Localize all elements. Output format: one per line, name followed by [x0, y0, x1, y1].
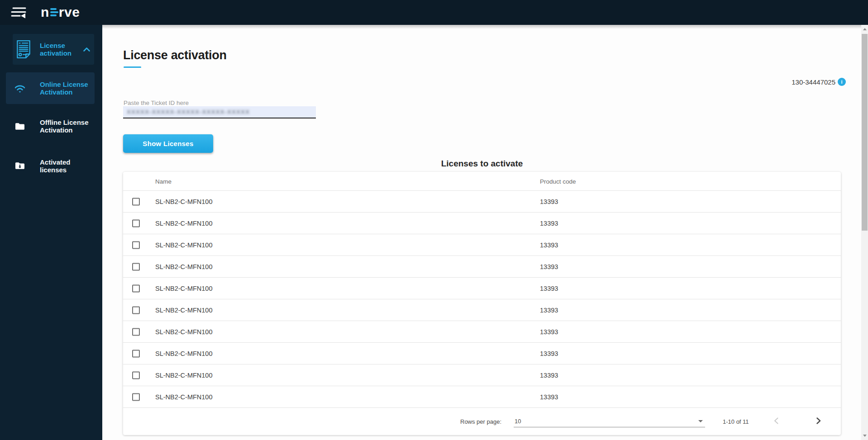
ticket-input-label: Paste the Ticket ID here [124, 99, 189, 106]
cell-license-name: SL-NB2-C-MFN100 [155, 198, 213, 205]
logo-e-bars-icon [49, 5, 59, 20]
cell-product-code: 13393 [540, 350, 558, 357]
wifi-icon [6, 83, 34, 93]
cell-product-code: 13393 [540, 285, 558, 292]
show-licenses-button[interactable]: Show Licenses [123, 134, 213, 153]
rows-per-page-select[interactable]: 10 [514, 416, 705, 427]
row-checkbox[interactable] [132, 284, 140, 292]
previous-page-button[interactable] [770, 416, 782, 427]
cell-license-name: SL-NB2-C-MFN100 [155, 307, 213, 314]
nerve-logo: n rve [41, 5, 80, 20]
ticket-reference-number: 130-34447025 [792, 78, 835, 86]
row-checkbox[interactable] [132, 241, 140, 249]
cell-product-code: 13393 [540, 263, 558, 270]
hamburger-collapse-icon [10, 13, 27, 20]
pagination-bar: Rows per page: 10 1-10 of 11 [123, 408, 841, 435]
table-row: SL-NB2-C-MFN100 13393 [123, 213, 841, 234]
sidebar-item-online-license-activation[interactable]: Online License Activation [6, 72, 95, 104]
scroll-down-arrow-icon[interactable] [863, 435, 867, 437]
table-row: SL-NB2-C-MFN100 13393 [123, 364, 841, 386]
ticket-id-input[interactable]: XXXXX-XXXXX-XXXXX-XXXXX-XXXXX [123, 106, 316, 118]
cell-license-name: SL-NB2-C-MFN100 [155, 372, 213, 379]
row-checkbox[interactable] [132, 328, 140, 336]
table-row: SL-NB2-C-MFN100 13393 [123, 191, 841, 213]
sidebar-item-activated-licenses[interactable]: Activated licenses [6, 153, 95, 178]
table-row: SL-NB2-C-MFN100 13393 [123, 299, 841, 321]
table-row: SL-NB2-C-MFN100 13393 [123, 278, 841, 299]
sidebar-item-offline-license-activation[interactable]: Offline License Activation [6, 112, 95, 140]
info-icon[interactable] [838, 78, 846, 86]
next-page-button[interactable] [813, 416, 825, 427]
cell-license-name: SL-NB2-C-MFN100 [155, 328, 213, 336]
sidebar-group-license-activation[interactable]: License activation [13, 34, 94, 65]
licenses-table-card: Name Product code SL-NB2-C-MFN100 13393 … [123, 172, 841, 435]
cell-product-code: 13393 [540, 328, 558, 336]
logo-text-start: n [41, 5, 49, 20]
table-row: SL-NB2-C-MFN100 13393 [123, 321, 841, 343]
pagination-range-label: 1-10 of 11 [723, 418, 749, 425]
row-checkbox[interactable] [132, 393, 140, 401]
table-body: SL-NB2-C-MFN100 13393 SL-NB2-C-MFN100 13… [123, 191, 841, 408]
table-row: SL-NB2-C-MFN100 13393 [123, 256, 841, 278]
license-document-icon [15, 40, 32, 59]
table-header-row: Name Product code [123, 172, 841, 191]
row-checkbox[interactable] [132, 306, 140, 314]
cell-product-code: 13393 [540, 372, 558, 379]
licenses-table-title: Licenses to activate [123, 159, 841, 169]
table-row: SL-NB2-C-MFN100 13393 [123, 234, 841, 256]
cell-license-name: SL-NB2-C-MFN100 [155, 263, 213, 270]
cell-product-code: 13393 [540, 198, 558, 205]
menu-toggle-button[interactable] [10, 6, 27, 19]
cell-license-name: SL-NB2-C-MFN100 [155, 285, 213, 292]
table-row: SL-NB2-C-MFN100 13393 [123, 343, 841, 364]
vertical-scrollbar[interactable] [861, 25, 868, 440]
cell-product-code: 13393 [540, 307, 558, 314]
page-title: License activation [123, 48, 227, 62]
ticket-id-masked-value: XXXXX-XXXXX-XXXXX-XXXXX-XXXXX [127, 109, 250, 115]
row-checkbox[interactable] [132, 371, 140, 379]
column-header-name: Name [155, 178, 172, 185]
table-row: SL-NB2-C-MFN100 13393 [123, 386, 841, 408]
sidebar-item-label: Offline License Activation [40, 118, 94, 134]
chevron-up-icon [83, 47, 90, 52]
scrollbar-thumb[interactable] [862, 34, 868, 231]
chevron-left-icon [774, 417, 778, 426]
row-checkbox[interactable] [132, 219, 140, 227]
sidebar-group-label: License activation [40, 42, 83, 57]
topbar-shadow [102, 25, 868, 29]
column-header-product-code: Product code [540, 178, 576, 185]
rows-per-page-value: 10 [514, 418, 521, 425]
folder-download-icon [6, 162, 34, 170]
cell-product-code: 13393 [540, 393, 558, 401]
folder-icon [6, 123, 34, 130]
chevron-right-icon [816, 417, 821, 426]
logo-text-end: rve [59, 5, 80, 20]
row-checkbox[interactable] [132, 263, 140, 270]
cell-license-name: SL-NB2-C-MFN100 [155, 350, 213, 357]
cell-product-code: 13393 [540, 241, 558, 249]
sidebar: License activation Online License Activa… [0, 25, 102, 440]
topbar: n rve [0, 0, 868, 25]
row-checkbox[interactable] [132, 198, 140, 205]
scroll-up-arrow-icon[interactable] [863, 28, 867, 30]
cell-product-code: 13393 [540, 220, 558, 227]
cell-license-name: SL-NB2-C-MFN100 [155, 393, 213, 401]
cell-license-name: SL-NB2-C-MFN100 [155, 220, 213, 227]
cell-license-name: SL-NB2-C-MFN100 [155, 241, 213, 249]
title-accent-underline [124, 66, 141, 68]
rows-per-page-label: Rows per page: [460, 418, 501, 425]
sidebar-item-label: Online License Activation [40, 80, 94, 96]
ticket-reference: 130-34447025 [792, 78, 846, 86]
sidebar-item-label: Activated licenses [40, 158, 94, 174]
caret-down-icon [698, 420, 703, 422]
row-checkbox[interactable] [132, 350, 140, 357]
